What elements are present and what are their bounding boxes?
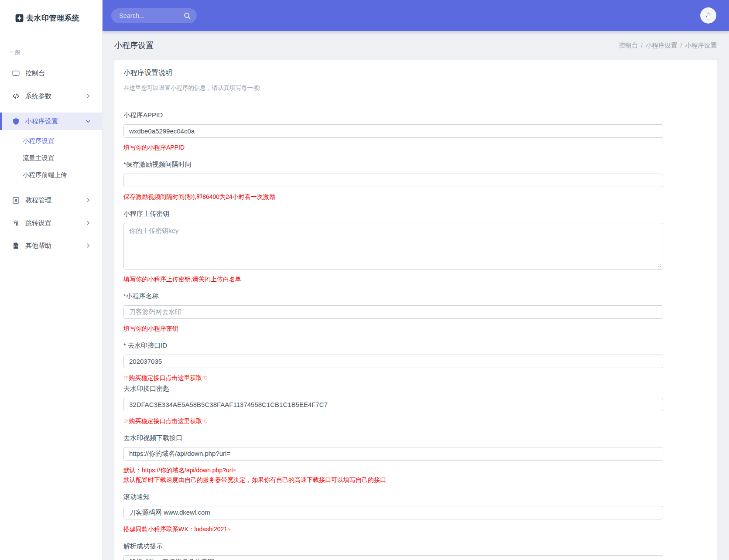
upload-key-textarea[interactable]: 你的上传密钥key [123, 223, 663, 270]
sidebar-item-other-help[interactable]: 其他帮助 [0, 239, 102, 252]
file-code-icon [12, 242, 20, 249]
notice-input[interactable] [123, 506, 663, 519]
field-download-api: 去水印视频下载接口 默认：https://你的域名/api/down.php?u… [123, 434, 708, 484]
code-icon [12, 92, 20, 100]
search-box [111, 8, 197, 23]
reward-interval-label: *保存激励视频间隔时间 [123, 160, 708, 169]
mp-name-label: *小程序名称 [123, 292, 708, 300]
field-success-tip: 解析成功提示 [123, 542, 708, 560]
app-logo[interactable]: 去水印管理系统 [0, 0, 102, 31]
page-title: 小程序设置 [114, 40, 154, 51]
api-id-label: * 去水印接口ID [123, 341, 708, 350]
sidebar: 去水印管理系统 一般 控制台 系统参数 小程序设置 小程序设置 流量主设置 小程… [0, 0, 103, 560]
field-mp-name: *小程序名称 填写你的小程序密钥 [123, 292, 708, 333]
field-api-secret: 去水印接口密匙 ☞购买稳定接口点击这里获取☜ [123, 385, 708, 425]
sidebar-item-label: 系统参数 [25, 92, 86, 100]
sidebar-submenu: 小程序设置 流量主设置 小程序前端上传 [0, 137, 102, 179]
chevron-right-icon [86, 198, 91, 203]
settings-card: 小程序设置说明 在这里您可以设置小程序的信息，请认真填写每一项! 小程序APPI… [114, 60, 717, 560]
sidebar-item-console[interactable]: 控制台 [0, 67, 102, 79]
submenu-item-miniprogram-settings[interactable]: 小程序设置 [0, 137, 102, 145]
submenu-item-frontend-upload[interactable]: 小程序前端上传 [0, 171, 102, 179]
chevron-right-icon [86, 220, 91, 225]
display-icon [12, 70, 20, 77]
sidebar-item-system-params[interactable]: 系统参数 [0, 90, 102, 102]
field-api-id: * 去水印接口ID ☞购买稳定接口点击这里获取☜ [123, 341, 708, 382]
reward-interval-input[interactable] [123, 174, 663, 187]
mp-name-help: 填写你的小程序密钥 [123, 324, 708, 333]
sidebar-item-miniprogram-settings[interactable]: 小程序设置 [0, 113, 102, 130]
topbar [103, 0, 729, 31]
star-badge-icon [15, 14, 24, 22]
field-notice: 滚动通知 搭建同款小程序联系WX：ludashi2021~ [123, 493, 708, 533]
appid-input[interactable] [123, 124, 663, 138]
api-secret-label: 去水印接口密匙 [123, 385, 708, 393]
reward-interval-help: 保存激励视频间隔时间(秒),即86400为24小时看一次激励 [123, 192, 708, 201]
breadcrumb-console[interactable]: 控制台 [619, 42, 638, 49]
app-title: 去水印管理系统 [26, 13, 80, 23]
breadcrumb-current: 小程序设置 [685, 42, 717, 49]
mp-name-input[interactable] [123, 305, 663, 319]
fingerprint-icon [12, 219, 20, 227]
notice-help: 搭建同款小程序联系WX：ludashi2021~ [123, 525, 708, 533]
shield-icon [12, 118, 20, 125]
sidebar-section-label: 一般 [9, 48, 102, 56]
buy-api-link[interactable]: ☞购买稳定接口点击这里获取☜ [123, 417, 708, 425]
duck-avatar-icon [703, 10, 714, 21]
chevron-down-icon [86, 119, 91, 124]
chevron-right-icon [86, 243, 91, 248]
download-api-help-2: 默认配置时下载速度由自己的服务器带宽决定，如果你有自己的高速下载接口可以填写自己… [123, 475, 708, 484]
sidebar-item-label: 其他帮助 [25, 242, 86, 250]
api-secret-input[interactable] [123, 398, 663, 411]
main-content: 小程序设置 控制台/小程序设置/小程序设置 小程序设置说明 在这里您可以设置小程… [103, 31, 729, 560]
svg-text:$: $ [14, 198, 17, 203]
card-subheading: 在这里您可以设置小程序的信息，请认真填写每一项! [123, 84, 708, 92]
breadcrumb-miniprogram-settings[interactable]: 小程序设置 [646, 42, 678, 49]
appid-help: 填写你的小程序APPID [123, 143, 708, 152]
appid-label: 小程序APPID [123, 111, 708, 120]
breadcrumb: 控制台/小程序设置/小程序设置 [619, 41, 717, 50]
notice-label: 滚动通知 [123, 493, 708, 501]
field-reward-interval: *保存激励视频间隔时间 保存激励视频间隔时间(秒),即86400为24小时看一次… [123, 160, 708, 201]
submenu-item-traffic-settings[interactable]: 流量主设置 [0, 154, 102, 162]
sidebar-item-label: 小程序设置 [25, 117, 86, 126]
field-appid: 小程序APPID 填写你的小程序APPID [123, 111, 708, 152]
upload-key-help: 填写你的小程序上传密钥,请关闭上传白名单 [123, 275, 708, 283]
success-tip-label: 解析成功提示 [123, 542, 708, 550]
success-tip-input[interactable] [123, 555, 663, 560]
download-api-label: 去水印视频下载接口 [123, 434, 708, 442]
sidebar-item-label: 教程管理 [25, 196, 86, 205]
download-api-help: 默认：https://你的域名/api/down.php?url= [123, 466, 708, 475]
upload-key-label: 小程序上传密钥 [123, 210, 708, 218]
chevron-right-icon [86, 93, 91, 99]
user-avatar[interactable] [700, 7, 716, 24]
download-api-input[interactable] [123, 447, 663, 461]
field-upload-key: 小程序上传密钥 你的上传密钥key 填写你的小程序上传密钥,请关闭上传白名单 [123, 210, 708, 283]
api-id-input[interactable] [123, 355, 663, 368]
buy-api-link[interactable]: ☞购买稳定接口点击这里获取☜ [123, 373, 708, 382]
sidebar-item-tutorial[interactable]: $ 教程管理 [0, 194, 102, 206]
card-heading: 小程序设置说明 [123, 68, 708, 78]
dollar-square-icon: $ [12, 197, 20, 204]
search-icon[interactable] [183, 12, 191, 20]
sidebar-item-label: 控制台 [25, 69, 102, 78]
sidebar-item-jump-settings[interactable]: 跳转设置 [0, 217, 102, 229]
sidebar-item-label: 跳转设置 [25, 219, 86, 227]
search-input[interactable] [118, 12, 183, 20]
